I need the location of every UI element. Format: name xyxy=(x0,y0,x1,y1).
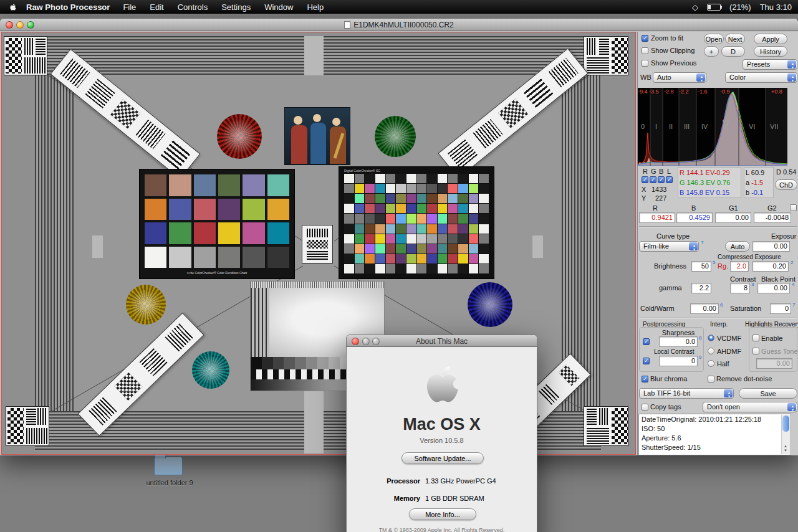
battery-icon[interactable] xyxy=(707,4,721,11)
probe-y-value: 227 xyxy=(655,194,666,202)
test-chart-image[interactable]: x-rite ColorChecker® Color Rendition Cha… xyxy=(1,32,636,455)
info-scrollbar[interactable] xyxy=(781,415,790,454)
exif-info-box[interactable]: DateTimeOriginal: 2010:01:21 12:25:18 IS… xyxy=(638,414,791,455)
apple-menu-icon[interactable] xyxy=(9,2,17,12)
ev-label: -3.5 xyxy=(649,88,659,95)
menu-file[interactable]: File xyxy=(116,2,143,12)
probe-b-line: B 145.8 EV 0.15 xyxy=(680,188,739,197)
white-balance-popup[interactable]: Auto xyxy=(653,72,706,83)
about-title-bar[interactable]: About This Mac xyxy=(347,335,537,347)
sg-patch xyxy=(417,204,427,213)
sharpness-checkbox[interactable] xyxy=(643,338,650,345)
sg-patch xyxy=(469,184,479,193)
color-mode-popup[interactable]: Color xyxy=(725,72,797,83)
rg-field[interactable]: 2.0 xyxy=(730,261,749,272)
channel-l-checkbox[interactable] xyxy=(666,176,673,183)
guess-tone-checkbox[interactable] xyxy=(752,348,759,354)
curve-shortcut-sup: T xyxy=(701,240,704,245)
plus-button[interactable]: + xyxy=(704,46,719,57)
sg-patch xyxy=(375,174,385,183)
sg-patch xyxy=(386,234,396,244)
contrast-field[interactable]: 8 xyxy=(730,283,750,293)
mult-g2-field[interactable]: -0.0048 xyxy=(754,212,791,223)
color-patch xyxy=(169,247,191,268)
sg-patch xyxy=(365,174,375,183)
auto-exposure-button[interactable]: Auto xyxy=(725,241,750,252)
zone-label: III xyxy=(684,123,690,130)
app-menu-title[interactable]: Raw Photo Processor xyxy=(26,2,110,12)
document-icon xyxy=(344,21,350,29)
menu-window[interactable]: Window xyxy=(257,2,300,12)
open-button[interactable]: Open xyxy=(704,34,724,44)
highlights-amount-field[interactable]: 0.00 xyxy=(756,358,792,369)
gamma-field[interactable]: 2.2 xyxy=(691,283,711,293)
interp-half-radio[interactable] xyxy=(708,360,714,367)
curve-type-popup[interactable]: Film-like xyxy=(639,241,699,252)
black-point-field[interactable]: 0.00 xyxy=(757,283,790,293)
mult-g1-field[interactable]: 0.00 xyxy=(715,212,751,223)
histogram[interactable]: -9.4 -3.5 -2.8 -2.2 -1.6 -0.9 +0.8 0 I I… xyxy=(638,88,787,166)
mult-r-field[interactable]: 0.9421 xyxy=(639,212,675,223)
menu-settings[interactable]: Settings xyxy=(214,2,257,12)
remove-dot-noise-checkbox[interactable] xyxy=(708,376,714,382)
sg-patch xyxy=(386,204,396,213)
channel-b-checkbox[interactable] xyxy=(658,176,665,183)
d-button[interactable]: D xyxy=(721,46,745,57)
menu-edit[interactable]: Edit xyxy=(143,2,170,12)
saturation-field[interactable]: 0 xyxy=(770,303,791,314)
sg-patch xyxy=(417,224,427,234)
software-update-button[interactable]: Software Update... xyxy=(401,452,484,464)
channel-r-checkbox[interactable] xyxy=(642,176,648,183)
menu-controls[interactable]: Controls xyxy=(171,2,214,12)
save-button[interactable]: Save xyxy=(739,388,797,399)
compressed-exposure-field[interactable]: 0.20 xyxy=(752,261,789,272)
desktop-folder-icon[interactable] xyxy=(154,457,183,475)
colorchecker-sg: Digital ColorChecker® SG xyxy=(339,166,494,279)
show-previous-checkbox[interactable] xyxy=(642,60,648,67)
output-format-popup[interactable]: Lab TIFF 16-bit xyxy=(639,388,734,399)
highlights-enable-checkbox[interactable] xyxy=(752,335,759,341)
apply-button[interactable]: Apply xyxy=(754,34,787,44)
sg-patch xyxy=(365,254,375,264)
sg-patch xyxy=(344,224,354,234)
channel-g-checkbox[interactable] xyxy=(650,176,656,183)
diamond-status-icon[interactable]: ◇ xyxy=(692,2,698,12)
zoom-to-fit-checkbox[interactable] xyxy=(642,35,648,42)
mult-header-r: R xyxy=(653,204,658,212)
local-contrast-checkbox[interactable] xyxy=(643,358,650,364)
next-button[interactable]: Next xyxy=(725,34,745,44)
menu-help[interactable]: Help xyxy=(300,2,330,12)
zone-label: 0 xyxy=(641,123,645,130)
rg-label: Rg. xyxy=(718,262,728,270)
chd-button[interactable]: ChD xyxy=(775,179,797,190)
mult-b-field[interactable]: 0.4529 xyxy=(676,212,713,223)
presets-popup[interactable]: Presets xyxy=(743,59,797,70)
sharpness-field[interactable]: 0.0 xyxy=(659,336,698,347)
show-clipping-checkbox[interactable] xyxy=(642,47,648,54)
history-button[interactable]: History xyxy=(754,46,787,57)
mult-lock-checkbox[interactable] xyxy=(790,204,797,211)
interp-ahdmf-radio[interactable] xyxy=(708,348,714,354)
interp-vcdmf-label: VCDMF xyxy=(717,335,741,342)
exposure-field[interactable]: 0.00 xyxy=(752,241,790,252)
sg-patch xyxy=(438,184,448,193)
sg-patch xyxy=(448,264,458,273)
brightness-field[interactable]: 50 xyxy=(691,261,711,272)
sg-patch xyxy=(417,194,427,203)
sg-patch xyxy=(427,254,437,264)
interp-vcdmf-radio[interactable] xyxy=(708,335,714,341)
sg-patch xyxy=(427,244,437,254)
sg-patch xyxy=(365,264,375,273)
local-contrast-field[interactable]: 0 xyxy=(659,356,698,366)
copy-tags-checkbox[interactable] xyxy=(642,404,648,411)
more-info-button[interactable]: More Info... xyxy=(409,508,476,520)
blur-chroma-checkbox[interactable] xyxy=(642,376,648,382)
cold-warm-field[interactable]: 0.00 xyxy=(690,303,719,314)
desktop-folder-label[interactable]: untitled folder 9 xyxy=(136,479,203,487)
after-save-popup[interactable]: Don't open xyxy=(703,402,797,412)
sg-patch xyxy=(406,234,416,244)
sg-patch xyxy=(417,214,427,223)
menu-clock[interactable]: Thu 3:10 xyxy=(760,2,792,12)
color-patch xyxy=(145,174,166,196)
main-title-bar[interactable]: E1DMK4hMULTII000050.CR2 xyxy=(0,19,798,31)
